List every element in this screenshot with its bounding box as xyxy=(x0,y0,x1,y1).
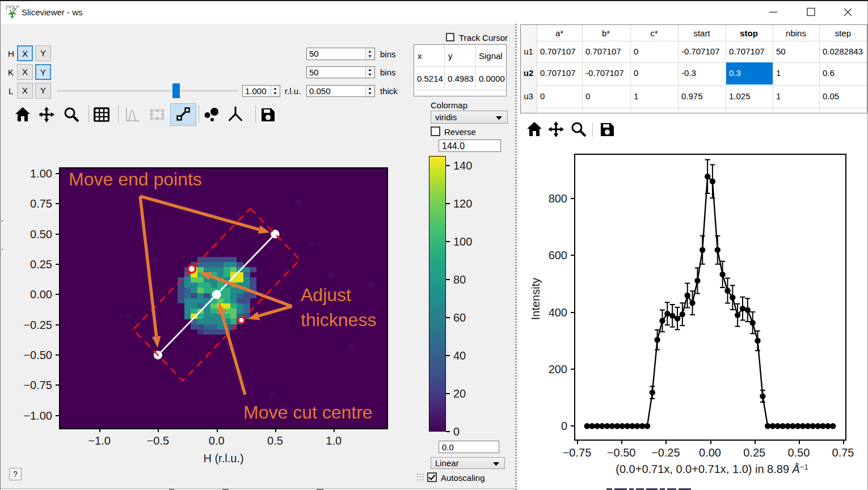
svg-text:Adjust: Adjust xyxy=(301,285,351,305)
svg-text:Move cut centre: Move cut centre xyxy=(243,402,373,423)
svg-text:thickness: thickness xyxy=(301,310,376,330)
svg-text:Move end points: Move end points xyxy=(69,169,202,189)
